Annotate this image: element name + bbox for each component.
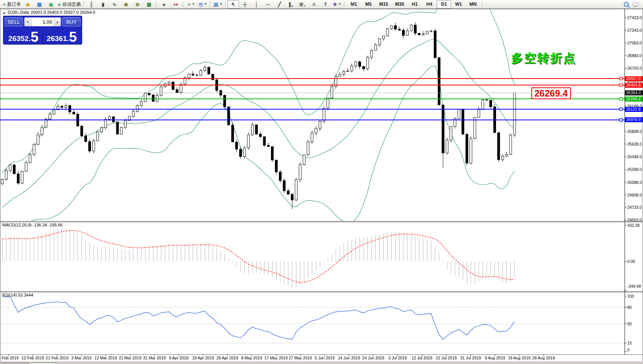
date-label: 29 Apr 2019 xyxy=(216,356,238,360)
price-level-axis-label: 26354.0 xyxy=(625,90,643,95)
date-label: 22 Jul 2019 xyxy=(436,356,457,360)
date-label: 21 Feb 2019 xyxy=(46,356,68,360)
date-label: 17 May 2019 xyxy=(264,356,288,360)
date-label: 12 Jul 2019 xyxy=(412,356,432,360)
date-label: 12 Feb 2019 xyxy=(21,356,44,360)
price-tick: 25628.0 xyxy=(627,142,642,146)
chart-title-text: DJ30-,Daily 26001.0 26403.0 25927.0 2635… xyxy=(8,10,95,15)
buy-price-int: 26361 xyxy=(47,34,67,43)
volume-increase-button[interactable]: ▲ xyxy=(54,18,61,26)
date-label: 14 Jun 2019 xyxy=(338,356,360,360)
date-label: 21 Mar 2019 xyxy=(119,356,142,360)
buy-price[interactable]: 26361.5 xyxy=(43,28,81,43)
price-tick: 26703.0 xyxy=(627,66,642,71)
rsi-tick: 50 xyxy=(627,321,632,326)
rsi-tick: 0 xyxy=(627,348,630,352)
panel-collapse-arrow[interactable]: ▲ xyxy=(3,11,6,15)
rsi-tick: 15 xyxy=(627,341,632,345)
macd-tick: -349.49 xyxy=(627,284,641,289)
chart-annotation-text: 多空转折点 xyxy=(511,50,576,66)
mt4-terminal: { "toolbar": { "new_order_label": "新订单",… xyxy=(0,0,643,364)
price-level-axis-label: 26269.4 xyxy=(625,97,643,102)
date-label: 3 Jul 2019 xyxy=(388,356,407,360)
price-level-axis-label: 26122.8 xyxy=(625,107,643,112)
price-level-axis-label: 26464.8 xyxy=(625,83,643,88)
chart-tab[interactable] xyxy=(28,362,56,364)
price-tick: 25808.0 xyxy=(627,129,642,134)
sell-price[interactable]: 26352.5 xyxy=(5,28,43,43)
date-label: 5 Jun 2019 xyxy=(315,356,335,360)
buy-button[interactable]: BUY xyxy=(62,17,81,26)
date-axis[interactable]: 3 Feb 201912 Feb 201921 Feb 20193 Mar 20… xyxy=(0,355,643,361)
rsi-indicator-label: RSI(14) 53.3444 xyxy=(2,293,33,297)
price-level-axis-label: 26557.0 xyxy=(625,76,643,81)
macd-tick: 0.00 xyxy=(627,259,635,264)
price-tick: 25268.0 xyxy=(627,167,642,172)
date-label: 9 Apr 2019 xyxy=(169,356,188,360)
volume-control: ▼ ▲ xyxy=(24,17,61,26)
macd-tick: 432.39 xyxy=(627,223,640,228)
chart-title-bar: ▲DJ30-,Daily 26001.0 26403.0 25927.0 263… xyxy=(3,10,95,15)
date-label: 3 Feb 2019 xyxy=(0,356,19,360)
sell-price-pips: 5 xyxy=(31,31,39,43)
price-tick: 25088.0 xyxy=(627,180,642,185)
sell-button[interactable]: SELL xyxy=(5,17,23,26)
volume-decrease-button[interactable]: ▼ xyxy=(25,18,31,26)
volume-input[interactable] xyxy=(31,18,54,26)
rsi-tick: 100 xyxy=(627,294,634,298)
buy-price-pips: 5 xyxy=(69,31,77,43)
date-label: 27 May 2019 xyxy=(289,356,312,360)
chart-tab[interactable] xyxy=(1,362,28,364)
rsi-tick: 80 xyxy=(627,305,632,310)
price-tick: 27243.0 xyxy=(627,28,642,33)
date-label: 12 Mar 2019 xyxy=(94,356,117,360)
price-tick: 26883.0 xyxy=(627,53,642,58)
date-label: 28 Aug 2019 xyxy=(532,356,555,360)
price-tick: 25448.0 xyxy=(627,154,642,159)
one-click-trading-panel: SELL ▼ ▲ BUY 26352.5 26361.5 xyxy=(3,16,82,44)
date-label: 31 Jul 2019 xyxy=(460,356,481,360)
macd-indicator-label: MACD(12,26,9) -136.34 -195.66 xyxy=(2,223,63,227)
sell-price-int: 26352 xyxy=(8,34,29,43)
date-label: 9 Aug 2019 xyxy=(485,356,505,360)
price-level-axis-label: 25970.9 xyxy=(625,117,643,122)
date-label: 31 Mar 2019 xyxy=(143,356,166,360)
price-tick: 27063.0 xyxy=(627,41,642,45)
date-label: 8 May 2019 xyxy=(241,356,262,360)
date-label: 24 Jun 2019 xyxy=(362,356,384,360)
bottom-tab-strip xyxy=(0,362,643,364)
price-tick: 24553.0 xyxy=(627,218,642,222)
date-label: 18 Apr 2019 xyxy=(192,356,214,360)
date-label: 19 Aug 2019 xyxy=(508,356,531,360)
price-level-label[interactable]: 26269.4 xyxy=(531,87,571,99)
price-tick: 27423.0 xyxy=(627,15,642,20)
date-label: 3 Mar 2019 xyxy=(71,356,92,360)
price-tick: 24733.0 xyxy=(627,205,642,210)
price-tick: 24908.0 xyxy=(627,193,642,197)
